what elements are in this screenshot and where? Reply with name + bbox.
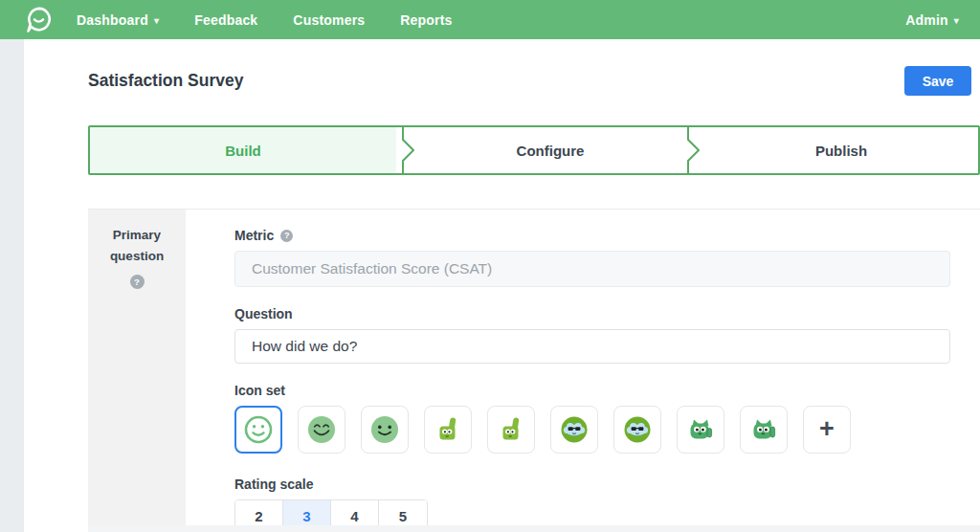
smiley-outline-icon: [242, 413, 275, 446]
icon-set-option-smiley-grin[interactable]: [298, 406, 345, 454]
icon-set-option-cloud-sunglasses-1[interactable]: [550, 406, 598, 454]
icon-set-options: +: [234, 406, 980, 454]
nav-item-label: Customers: [293, 12, 365, 28]
page-title: Satisfaction Survey: [88, 71, 243, 91]
step-separator-icon: [396, 127, 419, 173]
metric-label-text: Metric: [234, 228, 274, 243]
smiley-grin-icon: [305, 413, 338, 446]
help-icon[interactable]: ?: [280, 230, 293, 242]
icon-set-option-cat-thumbs-up-2[interactable]: [740, 406, 788, 454]
help-icon[interactable]: ?: [130, 275, 145, 289]
step-separator-icon: [681, 127, 704, 173]
rating-scale-label: Rating scale: [234, 477, 980, 492]
question-field[interactable]: How did we do?: [234, 329, 950, 364]
tab-build[interactable]: Build: [90, 127, 396, 173]
wizard-stepper: Build Configure Publish: [88, 125, 980, 175]
cloud-sunglasses-icon: [621, 413, 654, 446]
icon-set-option-cat-thumbs-up-1[interactable]: [677, 406, 724, 454]
add-icon-set-button[interactable]: +: [803, 406, 851, 454]
nav-item-label: Feedback: [194, 12, 257, 28]
admin-menu-label: Admin: [905, 12, 948, 28]
icon-set-option-thumbs-up-2[interactable]: [487, 406, 535, 454]
save-button[interactable]: Save: [904, 66, 971, 96]
metric-field: Customer Satisfaction Score (CSAT): [234, 251, 950, 287]
cat-thumbs-up-icon: [747, 413, 780, 446]
cloud-sunglasses-icon: [558, 413, 590, 446]
nav-item-reports[interactable]: Reports: [400, 12, 452, 28]
thumbs-up-icon: [432, 413, 464, 446]
tab-configure[interactable]: Configure: [419, 127, 681, 173]
thumbs-up-icon: [495, 413, 527, 446]
app-logo[interactable]: [24, 5, 54, 34]
nav-menu: Dashboard ▾ Feedback Customers Reports: [77, 12, 453, 28]
next-section-edge: [88, 525, 980, 532]
smiley-slight-icon: [368, 413, 401, 446]
chevron-down-icon: ▾: [954, 15, 959, 26]
nav-item-customers[interactable]: Customers: [293, 12, 365, 28]
cat-thumbs-up-icon: [684, 413, 717, 446]
nav-item-dashboard[interactable]: Dashboard ▾: [77, 12, 159, 28]
sidebar-tab-primary-question[interactable]: Primary question ?: [88, 210, 186, 532]
metric-label: Metric ?: [234, 228, 980, 243]
rating-scale-label-text: Rating scale: [234, 477, 313, 492]
nav-item-feedback[interactable]: Feedback: [194, 12, 257, 28]
icon-set-label-text: Icon set: [234, 383, 285, 398]
top-navbar: Dashboard ▾ Feedback Customers Reports A…: [0, 0, 980, 39]
icon-set-option-thumbs-up-1[interactable]: [424, 406, 472, 454]
icon-set-option-cloud-sunglasses-2[interactable]: [613, 406, 661, 454]
icon-set-option-smiley-slight[interactable]: [361, 406, 409, 454]
plus-icon: +: [819, 416, 835, 442]
left-gutter: [0, 39, 24, 532]
tab-publish[interactable]: Publish: [704, 127, 978, 173]
sidebar-tab-label: Primary question: [88, 225, 186, 266]
admin-menu[interactable]: Admin ▾: [905, 12, 959, 28]
primary-question-form: Metric ? Customer Satisfaction Score (CS…: [234, 210, 980, 532]
nav-item-label: Dashboard: [77, 12, 148, 28]
icon-set-label: Icon set: [234, 383, 980, 398]
icon-set-option-smiley-outline[interactable]: [234, 406, 282, 454]
nav-item-label: Reports: [400, 12, 452, 28]
question-label: Question: [234, 306, 980, 321]
chat-bubble-smile-logo-icon: [24, 5, 54, 34]
chevron-down-icon: ▾: [154, 15, 159, 26]
question-label-text: Question: [234, 306, 293, 321]
